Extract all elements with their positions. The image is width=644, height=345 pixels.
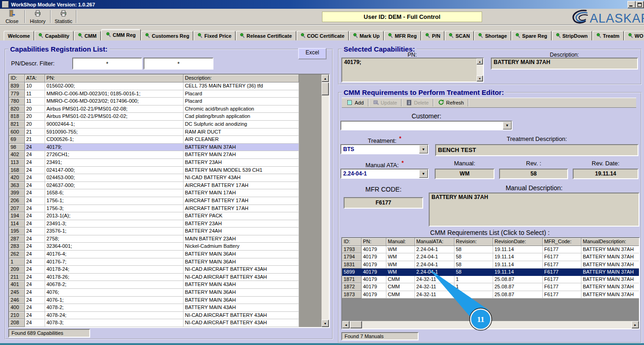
- statistic-button[interactable]: Statistic: [52, 9, 75, 24]
- capability-row-363[interactable]: 363 24 024637-000; AIRCRAFT BATTERY 17AH: [9, 182, 299, 190]
- tab-mfr-reg[interactable]: MFR Reg: [384, 31, 421, 41]
- tab-spare-reg[interactable]: Spare Reg: [512, 31, 551, 41]
- capability-row-820[interactable]: 820 20 Airbus PMS01-02-21/PMS01-02-08; C…: [9, 105, 299, 113]
- cmm-requirement-row-1793[interactable]: 1793 40179 WM 2.24-04-1 58 19.11.14 F617…: [342, 246, 639, 253]
- capability-row-1[interactable]: 1 24 40176-7; BATTERY MAIN 36AH: [9, 258, 299, 266]
- tab-scan[interactable]: SCAN: [445, 31, 474, 41]
- capability-row-211[interactable]: 211 24 40178-26; NI-CAD AIRCRAFT BATTERY…: [9, 274, 299, 281]
- treatment-dropdown[interactable]: BTS ▼: [340, 144, 429, 154]
- capability-row-839[interactable]: 839 10 015602-000; CELL 735 MAIN BATTERY…: [9, 82, 299, 90]
- tab-cmm[interactable]: CMM: [74, 31, 101, 41]
- cmm-requirement-row-1871[interactable]: 1871 40179 CMM 24-32-11 1 25.08.87 F6177…: [342, 276, 639, 283]
- col-header-pn[interactable]: PN:: [362, 238, 386, 246]
- pn-filter-input[interactable]: [72, 58, 142, 70]
- cmm-requirement-row-1794[interactable]: 1794 40179 WM 2.24-04-1 58 19.11.14 F617…: [342, 253, 639, 261]
- cmm-requirement-row-5899[interactable]: 5899 40179 WM 2.24-04-1 58 19.11.14 F617…: [342, 269, 639, 276]
- cmm-horizontal-scrollbar[interactable]: ◄ ►: [342, 321, 639, 328]
- selected-pn-field[interactable]: 40179; ▲ ▼: [341, 58, 484, 82]
- col-header-pn[interactable]: PN:: [45, 75, 184, 82]
- delete-button[interactable]: Delete: [403, 99, 432, 107]
- tab-customers-reg[interactable]: Customers Reg: [141, 31, 193, 41]
- scroll-down-icon[interactable]: ▼: [477, 76, 483, 82]
- col-header-manual[interactable]: Manual:: [386, 238, 415, 246]
- history-button[interactable]: History: [26, 9, 50, 24]
- capability-row-399[interactable]: 399 24 1658-6; BATTERY MAIN 17AH: [9, 189, 299, 197]
- scroll-up-icon[interactable]: ▲: [322, 75, 329, 82]
- capability-row-168[interactable]: 168 24 024147-000; BATTERY MAIN MODEL 53…: [9, 167, 299, 175]
- col-header-id[interactable]: ID:: [9, 75, 25, 82]
- capability-row-402[interactable]: 402 24 2726CH1; BATTERY MAIN 27AH: [9, 151, 299, 159]
- scroll-left-icon[interactable]: ◄: [342, 321, 350, 328]
- tab-welcome[interactable]: Welcome: [4, 31, 34, 41]
- capability-row-246[interactable]: 246 24 4076-1; BATTERY MAIN 36AH: [9, 297, 299, 304]
- cmm-requirement-row-1831[interactable]: 1831 40179 WM 2.24-04-1 58 19.11.14 F617…: [342, 261, 639, 269]
- cmm-requirement-row-1872[interactable]: 1872 40179 CMM 24-32-11 1 25.08.87 F6177…: [342, 283, 639, 291]
- capability-row-821[interactable]: 821 20 90002464-1; DC Sulpfuric acid ano…: [9, 121, 299, 129]
- update-button[interactable]: Update: [370, 99, 400, 107]
- col-header-manualata[interactable]: ManualATA:: [415, 238, 454, 246]
- capability-row-245[interactable]: 245 24 4076; BATTERY MAIN 36AH: [9, 289, 299, 297]
- close-button[interactable]: Close: [0, 9, 24, 24]
- refresh-button[interactable]: Refresh: [435, 98, 467, 107]
- scrollbar-thumb[interactable]: [322, 82, 329, 95]
- capability-row-780[interactable]: 780 11 MMRO-C-006-MD-0023/02; 017496-000…: [9, 98, 299, 105]
- dropdown-arrow-icon[interactable]: ▼: [419, 170, 428, 178]
- capability-row-283[interactable]: 283 24 32364-001; Nickel-Cadmium Battery: [9, 243, 299, 251]
- scrollbar-thumb[interactable]: [350, 321, 362, 328]
- tab-treatm[interactable]: Treatm: [592, 31, 624, 41]
- cmm-requirement-row-1873[interactable]: 1873 40179 CMM 24-32-11 25.08.87 F6177 B…: [342, 291, 639, 298]
- tab-fixed-price[interactable]: Fixed Price: [194, 31, 236, 41]
- capability-row-401[interactable]: 401 24 40678-2; BATTERY MAIN 43AH: [9, 281, 299, 289]
- tab-mark-up[interactable]: Mark Up: [349, 31, 384, 41]
- tab-release-certificate[interactable]: Release Certificate: [236, 31, 296, 41]
- tab-capability[interactable]: Capability: [34, 31, 74, 41]
- capability-row-207[interactable]: 207 24 1756-3; AIRCRAFT BATTERY 17AH: [9, 205, 299, 213]
- capability-row-113[interactable]: 113 24 23491; BATTERY 23AH: [9, 159, 299, 167]
- col-header-ata[interactable]: ATA:: [25, 75, 45, 82]
- add-button[interactable]: Add: [344, 99, 367, 107]
- capability-row-287[interactable]: 287 24 2758; MAIN BATTERY 23AH: [9, 235, 299, 243]
- excel-export-button[interactable]: Excel: [298, 48, 327, 59]
- capability-row-779[interactable]: 779 11 MMRO-C-006-MD-0023/01; 0185-0016-…: [9, 90, 299, 98]
- cell-id: 1872: [342, 283, 362, 291]
- capability-row-114[interactable]: 114 24 23491-3; BATTERY 23AH: [9, 220, 299, 228]
- col-header-revisiondate[interactable]: RevisionDate:: [493, 238, 543, 246]
- tab-coc-certificate[interactable]: COC Certificate: [297, 31, 349, 41]
- col-header-description[interactable]: Description:: [184, 75, 299, 82]
- capability-row-195[interactable]: 195 24 23576-1; BATTERY 24AH: [9, 228, 299, 235]
- customer-dropdown[interactable]: ▼: [340, 121, 512, 130]
- scroll-up-icon[interactable]: ▲: [477, 58, 483, 64]
- minimize-button[interactable]: [627, 1, 636, 8]
- capability-row-600[interactable]: 600 21 5910090-755; RAM AIR DUCT: [9, 129, 299, 136]
- manual-ata-dropdown[interactable]: 2.24-04-1 ▼: [340, 169, 429, 179]
- col-header-revision[interactable]: Revision:: [454, 238, 493, 246]
- tab-p-n[interactable]: P/N: [421, 31, 444, 41]
- capability-row-209[interactable]: 209 24 40178-24; NI-CAD AIRCRAFT BATTERY…: [9, 266, 299, 274]
- scroll-down-icon[interactable]: ▼: [322, 320, 329, 327]
- capability-row-818[interactable]: 818 20 Airbus PMS01-02-21/PMS01-02-02; C…: [9, 113, 299, 121]
- tab-stripdown[interactable]: StripDown: [552, 31, 592, 41]
- col-header-manualdescription[interactable]: ManualDescription:: [581, 238, 640, 246]
- dropdown-arrow-icon[interactable]: ▼: [503, 122, 512, 129]
- capability-row-420[interactable]: 420 24 024453-000; NI-CAD BATTERY 43AH: [9, 174, 299, 182]
- col-header-mfr-code[interactable]: MFR_Code:: [543, 238, 581, 246]
- capability-row-210[interactable]: 210 24 4078-24; NI-CAD AIRCRAFT BATTERY …: [9, 312, 299, 320]
- scroll-right-icon[interactable]: ►: [632, 321, 639, 328]
- tab-shortage[interactable]: Shortage: [474, 31, 511, 41]
- tab-cmm-reg[interactable]: CMM Reg: [101, 29, 141, 41]
- tab-wo[interactable]: WO: [624, 31, 644, 41]
- dropdown-arrow-icon[interactable]: ▼: [419, 145, 428, 153]
- capability-row-98[interactable]: 98 24 40179; BATTERY MAIN 37AH: [9, 144, 299, 152]
- capability-row-208[interactable]: 208 24 4078-3; NI-CAD AIRCRAFT BATTERY 4…: [9, 319, 299, 327]
- capability-row-262[interactable]: 262 24 40176-4; BATTERY MAIN 36AH: [9, 251, 299, 258]
- col-header-id[interactable]: ID:: [342, 238, 362, 246]
- descr-filter-input[interactable]: [144, 58, 213, 70]
- capability-row-206[interactable]: 206 24 1756-1; AIRCRAFT BATTERY 17AH: [9, 197, 299, 205]
- capabilities-vertical-scrollbar[interactable]: ▲ ▼: [322, 75, 329, 327]
- cell-manual: WM: [386, 261, 415, 269]
- restore-button[interactable]: [636, 1, 644, 8]
- cmm-table-body: 1793 40179 WM 2.24-04-1 58 19.11.14 F617…: [342, 246, 639, 298]
- capability-row-400[interactable]: 400 24 4078-2; BATTERY MAIN 43AH: [9, 304, 299, 312]
- capability-row-194[interactable]: 194 24 2013-1(A); BATTERY PACK: [9, 212, 299, 220]
- capability-row-69[interactable]: 69 21 CD00526-1; AIR CLEANER: [9, 136, 299, 144]
